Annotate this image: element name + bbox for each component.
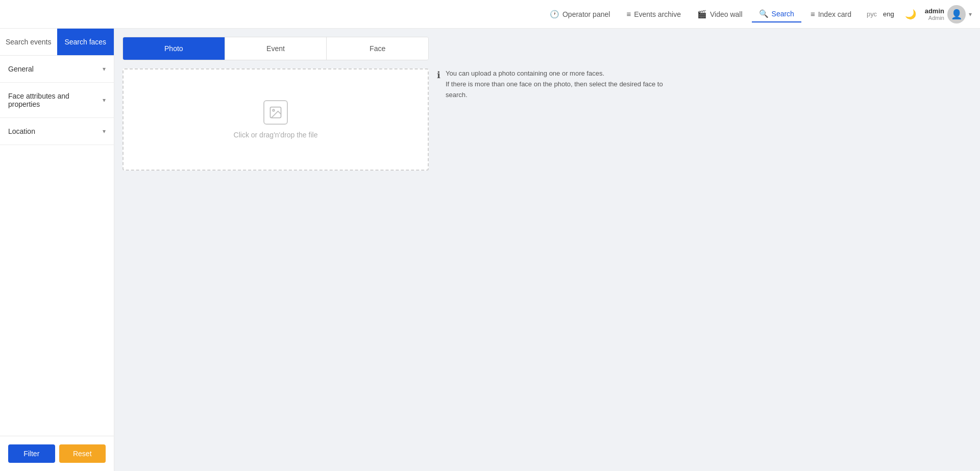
lang-ru[interactable]: рус [865,9,879,19]
info-icon: ℹ [437,69,440,81]
search-faces-button[interactable]: Search faces [57,29,114,55]
filter-location-chevron-icon: ▾ [103,128,106,135]
image-icon [263,100,288,125]
filter-face-attributes: Face attributes and properties ▾ [0,83,114,118]
clock-icon: 🕐 [550,10,559,19]
list-icon: ≡ [626,10,631,18]
filter-face-attributes-header[interactable]: Face attributes and properties ▾ [0,83,114,117]
nav-video-wall[interactable]: 🎬 Video wall [690,7,750,22]
search-events-button[interactable]: Search events [0,29,57,55]
filter-location-label: Location [8,127,35,135]
nav-index-card[interactable]: ≡ Index card [803,7,859,21]
main-content: Photo Event Face Click or drag'n'drop th… [114,29,980,471]
file-dropzone[interactable]: Click or drag'n'drop the file [122,68,429,171]
video-icon: 🎬 [697,10,707,19]
nav-search[interactable]: 🔍 Search [752,6,801,22]
tab-event[interactable]: Event [225,37,327,60]
content-row: Click or drag'n'drop the file ℹ You can … [122,68,972,171]
lang-en[interactable]: eng [881,9,896,19]
filter-general-label: General [8,65,34,73]
search-icon: 🔍 [759,9,769,18]
nav-events-archive[interactable]: ≡ Events archive [619,7,688,21]
sidebar-actions: Filter Reset [0,436,114,471]
reset-button[interactable]: Reset [59,444,106,463]
filter-general-header[interactable]: General ▾ [0,56,114,82]
info-line1: You can upload a photo containing one or… [446,68,682,79]
user-info: admin Admin [925,7,944,21]
language-switcher: рус eng [865,9,896,19]
content-tabs: Photo Event Face [122,37,429,60]
tab-face[interactable]: Face [327,37,428,60]
user-name: admin [925,7,944,15]
filter-location-header[interactable]: Location ▾ [0,118,114,145]
filter-button[interactable]: Filter [8,444,55,463]
dropzone-label: Click or drag'n'drop the file [234,131,318,139]
user-avatar: 👤 [947,5,966,23]
svg-point-1 [273,109,275,111]
theme-toggle-button[interactable]: 🌙 [902,6,919,22]
filter-face-attributes-label: Face attributes and properties [8,92,103,108]
sidebar: Search events Search faces General ▾ Fac… [0,29,114,471]
nav-operator-panel[interactable]: 🕐 Operator panel [543,7,617,22]
filter-general: General ▾ [0,56,114,83]
tab-photo[interactable]: Photo [123,37,225,60]
info-panel: ℹ You can upload a photo containing one … [437,68,682,100]
filter-location: Location ▾ [0,118,114,145]
info-text: You can upload a photo containing one or… [446,68,682,100]
user-chevron-icon: ▾ [969,11,972,18]
main-layout: Search events Search faces General ▾ Fac… [0,29,980,471]
info-line2: If there is more than one face on the ph… [446,79,682,101]
user-menu[interactable]: admin Admin 👤 ▾ [925,5,972,23]
user-role: Admin [925,15,944,21]
card-icon: ≡ [811,10,815,18]
top-navigation: 🕐 Operator panel ≡ Events archive 🎬 Vide… [0,0,980,29]
search-toggle-group: Search events Search faces [0,29,114,56]
filter-face-attributes-chevron-icon: ▾ [103,97,106,104]
filter-general-chevron-icon: ▾ [103,65,106,73]
